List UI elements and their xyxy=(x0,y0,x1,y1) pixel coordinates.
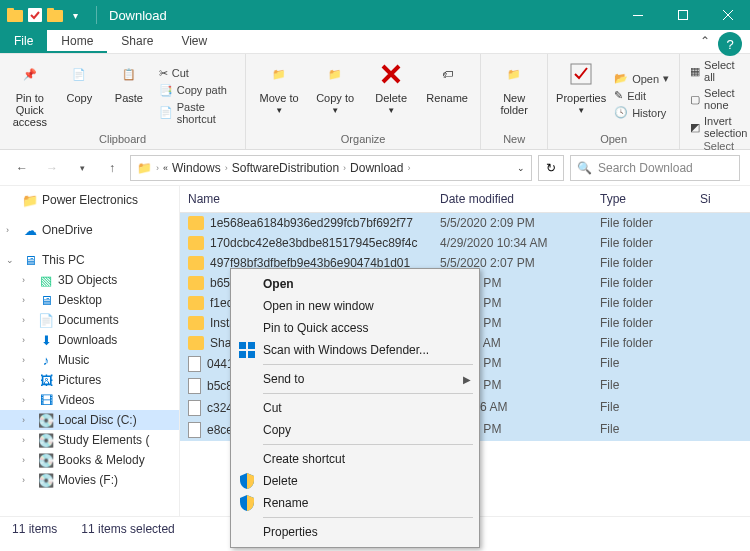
up-button[interactable]: ↑ xyxy=(100,156,124,180)
folder-icon xyxy=(188,276,204,290)
tree-item[interactable]: ›📄Documents xyxy=(0,310,179,330)
tree-item-onedrive[interactable]: ›☁OneDrive xyxy=(0,220,179,240)
svg-rect-11 xyxy=(248,351,255,358)
minimize-button[interactable] xyxy=(615,0,660,30)
forward-button[interactable]: → xyxy=(40,156,64,180)
column-type[interactable]: Type xyxy=(600,192,700,206)
navigation-tree: 📁Power Electronics ›☁OneDrive ⌄🖥This PC … xyxy=(0,186,180,516)
ctx-delete[interactable]: Delete xyxy=(233,470,477,492)
folder-icon xyxy=(188,216,204,230)
shield-icon xyxy=(239,473,255,489)
ctx-open[interactable]: Open xyxy=(233,273,477,295)
folder-icon xyxy=(188,256,204,270)
downloads-icon: ⬇ xyxy=(38,332,54,348)
paste-button[interactable]: 📋Paste xyxy=(107,58,151,133)
move-icon: 📁 xyxy=(263,58,295,90)
menu-view[interactable]: View xyxy=(167,30,221,53)
close-button[interactable] xyxy=(705,0,750,30)
path-icon: 📑 xyxy=(159,84,173,97)
ribbon-group-label: Open xyxy=(556,133,671,145)
refresh-button[interactable]: ↻ xyxy=(538,155,564,181)
new-folder-icon: 📁 xyxy=(498,58,530,90)
tree-item[interactable]: ›🖥Desktop xyxy=(0,290,179,310)
help-button[interactable]: ? xyxy=(718,32,742,56)
maximize-button[interactable] xyxy=(660,0,705,30)
cut-button[interactable]: ✂Cut xyxy=(157,66,237,81)
breadcrumb[interactable]: SoftwareDistribution xyxy=(232,161,339,175)
tree-item[interactable]: ›💽Books & Melody xyxy=(0,450,179,470)
select-none-icon: ▢ xyxy=(690,93,700,106)
ctx-copy[interactable]: Copy xyxy=(233,419,477,441)
tree-item[interactable]: ›♪Music xyxy=(0,350,179,370)
ctx-rename[interactable]: Rename xyxy=(233,492,477,514)
address-bar[interactable]: 📁 › « Windows› SoftwareDistribution› Dow… xyxy=(130,155,532,181)
folder-icon xyxy=(188,296,204,310)
back-button[interactable]: ← xyxy=(10,156,34,180)
move-to-button[interactable]: 📁Move to▼ xyxy=(254,58,304,133)
column-size[interactable]: Si xyxy=(700,192,750,206)
ctx-cut[interactable]: Cut xyxy=(233,397,477,419)
breadcrumb[interactable]: Windows xyxy=(172,161,221,175)
recent-button[interactable]: ▾ xyxy=(70,156,94,180)
column-name[interactable]: Name xyxy=(180,192,440,206)
tree-item-local-disc[interactable]: ›💽Local Disc (C:) xyxy=(0,410,179,430)
properties-button[interactable]: Properties▼ xyxy=(556,58,606,133)
save-icon[interactable] xyxy=(26,6,44,24)
ctx-scan-defender[interactable]: Scan with Windows Defender... xyxy=(233,339,477,361)
dropdown-icon[interactable]: ⌄ xyxy=(517,163,525,173)
delete-button[interactable]: Delete▼ xyxy=(366,58,416,133)
dropdown-icon[interactable]: ▾ xyxy=(66,6,84,24)
status-items: 11 items xyxy=(12,522,57,536)
ribbon-group-label: Select xyxy=(688,140,749,152)
ctx-send-to[interactable]: Send to▶ xyxy=(233,368,477,390)
pin-icon: 📌 xyxy=(14,58,46,90)
tree-item[interactable]: 📁Power Electronics xyxy=(0,190,179,210)
properties-icon xyxy=(565,58,597,90)
select-none-button[interactable]: ▢Select none xyxy=(688,86,749,112)
tree-item[interactable]: ›💽Study Elements ( xyxy=(0,430,179,450)
ribbon-group-label: New xyxy=(489,133,539,145)
tree-item[interactable]: ›💽Movies (F:) xyxy=(0,470,179,490)
collapse-ribbon-icon[interactable]: ⌃ xyxy=(692,30,718,53)
file-row[interactable]: 170dcbc42e8e3bdbe81517945ec89f4c4/29/202… xyxy=(180,233,750,253)
tree-item[interactable]: ›▧3D Objects xyxy=(0,270,179,290)
menu-share[interactable]: Share xyxy=(107,30,167,53)
tree-item-thispc[interactable]: ⌄🖥This PC xyxy=(0,250,179,270)
paste-shortcut-button[interactable]: 📄Paste shortcut xyxy=(157,100,237,126)
new-folder-button[interactable]: 📁New folder xyxy=(489,58,539,133)
invert-icon: ◩ xyxy=(690,121,700,134)
ctx-pin-quick[interactable]: Pin to Quick access xyxy=(233,317,477,339)
ctx-open-new-window[interactable]: Open in new window xyxy=(233,295,477,317)
menu-file[interactable]: File xyxy=(0,30,47,53)
cut-icon: ✂ xyxy=(159,67,168,80)
copy-path-button[interactable]: 📑Copy path xyxy=(157,83,237,98)
folder-icon xyxy=(188,336,204,350)
history-icon: 🕓 xyxy=(614,106,628,119)
column-date[interactable]: Date modified xyxy=(440,192,600,206)
edit-button[interactable]: ✎Edit xyxy=(612,88,671,103)
open-button[interactable]: 📂Open ▾ xyxy=(612,71,671,86)
ribbon: 📌Pin to Quick access 📄Copy 📋Paste ✂Cut 📑… xyxy=(0,54,750,150)
select-all-icon: ▦ xyxy=(690,65,700,78)
file-icon xyxy=(188,378,201,394)
drive-icon: 💽 xyxy=(38,472,54,488)
file-row[interactable]: 1e568ea6184b936ed299fcb7bf692f775/5/2020… xyxy=(180,213,750,233)
breadcrumb[interactable]: Download xyxy=(350,161,403,175)
ribbon-group-label: Organize xyxy=(254,133,472,145)
rename-button[interactable]: 🏷Rename xyxy=(422,58,472,133)
menu-home[interactable]: Home xyxy=(47,30,107,53)
tree-item[interactable]: ›🖼Pictures xyxy=(0,370,179,390)
search-input[interactable]: 🔍 Search Download xyxy=(570,155,740,181)
ribbon-group-label: Clipboard xyxy=(8,133,237,145)
tree-item[interactable]: ›🎞Videos xyxy=(0,390,179,410)
select-all-button[interactable]: ▦Select all xyxy=(688,58,749,84)
pin-quick-button[interactable]: 📌Pin to Quick access xyxy=(8,58,52,133)
copy-to-button[interactable]: 📁Copy to▼ xyxy=(310,58,360,133)
pictures-icon: 🖼 xyxy=(38,372,54,388)
ctx-properties[interactable]: Properties xyxy=(233,521,477,543)
ctx-create-shortcut[interactable]: Create shortcut xyxy=(233,448,477,470)
invert-selection-button[interactable]: ◩Invert selection xyxy=(688,114,749,140)
copy-button[interactable]: 📄Copy xyxy=(58,58,102,133)
tree-item[interactable]: ›⬇Downloads xyxy=(0,330,179,350)
history-button[interactable]: 🕓History xyxy=(612,105,671,120)
